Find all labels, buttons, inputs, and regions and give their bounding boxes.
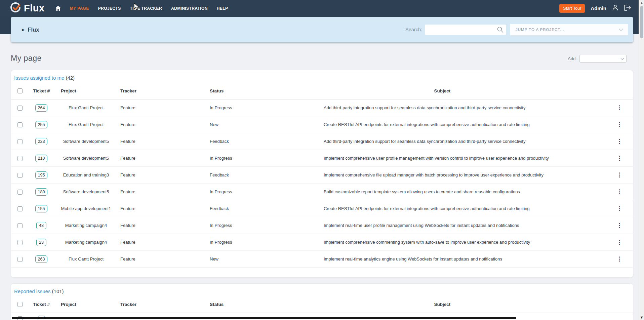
ticket-number-badge[interactable]: 155 [35, 205, 48, 212]
logo-check-icon [9, 2, 22, 15]
brand-logo[interactable]: Flux [9, 2, 45, 15]
home-icon[interactable] [55, 6, 61, 11]
tracker-cell: Feature [118, 105, 207, 110]
status-cell: In Progress [207, 240, 279, 245]
ticket-number-badge[interactable]: 210 [35, 155, 48, 162]
breadcrumb-bar: ▶ Flux Search: JUMP TO A PROJECT... [11, 17, 633, 42]
tracker-cell: Feature [118, 139, 207, 144]
kebab-menu-icon[interactable]: ⋮ [617, 105, 622, 111]
project-cell: Flux Gantt Project [54, 105, 118, 110]
assigned-title-text[interactable]: Issues assigned to me [14, 75, 64, 81]
status-cell: In Progress [207, 105, 279, 110]
tracker-cell: Feature [118, 189, 207, 194]
column-header-ticket: Ticket # [29, 302, 54, 307]
status-cell: New [207, 122, 279, 127]
ticket-number-badge[interactable]: 264 [35, 104, 48, 112]
user-icon[interactable] [612, 4, 618, 12]
table-row: 48 Marketing campaign4 Feature In Progre… [11, 217, 633, 234]
chevron-down-icon [619, 27, 623, 31]
scrollbar-thumb[interactable] [640, 6, 643, 38]
kebab-menu-icon[interactable]: ⋮ [617, 155, 622, 161]
project-cell: Flux Gantt Project [54, 122, 118, 127]
search-input[interactable] [425, 25, 506, 35]
row-checkbox[interactable] [17, 122, 23, 127]
breadcrumb-project-label[interactable]: Flux [28, 27, 39, 33]
partial-element-edge [12, 317, 516, 319]
kebab-menu-icon[interactable]: ⋮ [617, 256, 622, 262]
add-widget-select[interactable] [579, 55, 627, 63]
ticket-number-badge[interactable]: 195 [35, 171, 48, 179]
add-label: Add: [568, 56, 577, 61]
row-checkbox[interactable] [17, 139, 23, 144]
subject-cell: Build customizable report template syste… [279, 189, 605, 194]
select-all-checkbox[interactable] [17, 302, 23, 307]
reported-issues-card: Reported issues (101) Ticket # Project T… [11, 283, 633, 320]
search-label: Search: [405, 27, 422, 32]
assigned-count: (42) [66, 75, 75, 81]
row-checkbox[interactable] [17, 106, 23, 111]
table-row: 23 Marketing campaign4 Feature In Progre… [11, 234, 633, 251]
breadcrumb[interactable]: ▶ Flux [22, 17, 39, 42]
row-checkbox[interactable] [17, 206, 23, 211]
project-cell: Marketing campaign4 [54, 240, 118, 245]
row-checkbox[interactable] [17, 240, 23, 245]
status-cell: In Progress [207, 223, 279, 228]
logout-icon[interactable] [624, 5, 631, 12]
ticket-number-badge[interactable]: 223 [35, 138, 48, 145]
breadcrumb-arrow-icon: ▶ [22, 28, 25, 32]
page-title: My page [11, 54, 42, 63]
project-cell: Education and training3 [54, 172, 118, 177]
column-header-status: Status [207, 88, 279, 93]
scrollbar-down-arrow-icon[interactable]: ▼ [639, 315, 644, 319]
table-row: 210 Software development5 Feature In Pro… [11, 150, 633, 167]
row-checkbox[interactable] [17, 223, 23, 228]
jump-to-project-placeholder: JUMP TO A PROJECT... [516, 28, 564, 32]
kebab-menu-icon[interactable]: ⋮ [617, 239, 622, 245]
project-cell: Software development5 [54, 189, 118, 194]
kebab-menu-icon[interactable]: ⋮ [617, 138, 622, 145]
ticket-number-badge[interactable]: 48 [36, 222, 46, 229]
subject-cell: Implement comprehensive user profile man… [279, 156, 605, 161]
ticket-number-badge[interactable]: 255 [35, 121, 48, 128]
search-icon[interactable] [497, 26, 504, 34]
assigned-table-header: Ticket # Project Tracker Status Subject [11, 83, 633, 99]
subject-cell: Implement comprehensive file upload mana… [279, 172, 605, 177]
row-checkbox[interactable] [17, 173, 23, 178]
kebab-menu-icon[interactable]: ⋮ [617, 172, 622, 178]
kebab-menu-icon[interactable]: ⋮ [617, 205, 622, 212]
ticket-number-badge[interactable]: 180 [35, 188, 48, 196]
row-checkbox[interactable] [17, 156, 23, 161]
column-header-project: Project [54, 302, 118, 307]
select-all-checkbox[interactable] [17, 88, 23, 93]
subject-cell: Implement real-time user profile managem… [279, 223, 605, 228]
start-tour-button[interactable]: Start Tour [559, 4, 585, 13]
top-navbar: Flux MY PAGE PROJECTS TIME TRACKER ADMIN… [0, 0, 644, 16]
kebab-menu-icon[interactable]: ⋮ [617, 222, 622, 229]
project-cell: Software development5 [54, 156, 118, 161]
scrollbar-up-arrow-icon[interactable]: ▲ [639, 1, 644, 4]
nav-item-my-page[interactable]: MY PAGE [70, 6, 89, 11]
jump-to-project-select[interactable]: JUMP TO A PROJECT... [510, 24, 628, 35]
status-cell: New [207, 256, 279, 262]
search-area: Search: JUMP TO A PROJECT... [405, 17, 628, 42]
column-header-project: Project [54, 88, 118, 93]
nav-item-help[interactable]: HELP [217, 6, 228, 11]
vertical-scrollbar[interactable]: ▲ ▼ [639, 0, 644, 320]
reported-title-text[interactable]: Reported issues [14, 288, 50, 294]
brand-name: Flux [24, 3, 45, 14]
kebab-menu-icon[interactable]: ⋮ [617, 121, 622, 128]
row-checkbox[interactable] [17, 257, 23, 262]
subject-cell: Create RESTful API endpoints for externa… [279, 122, 605, 127]
reported-section-title: Reported issues (101) [14, 288, 633, 294]
ticket-number-badge[interactable]: 263 [35, 255, 48, 263]
current-user-label[interactable]: Admin [591, 5, 606, 11]
ticket-number-badge[interactable]: 23 [36, 239, 46, 246]
nav-item-projects[interactable]: PROJECTS [98, 6, 121, 11]
mouse-cursor-icon [134, 3, 140, 12]
navbar-right-group: Start Tour Admin [559, 0, 631, 16]
kebab-menu-icon[interactable]: ⋮ [617, 189, 622, 195]
nav-item-administration[interactable]: ADMINISTRATION [171, 6, 208, 11]
row-checkbox[interactable] [17, 190, 23, 195]
subject-cell: Implement real-time analytics engine usi… [279, 256, 605, 262]
assigned-issues-card: Issues assigned to me (42) Ticket # Proj… [11, 70, 633, 278]
